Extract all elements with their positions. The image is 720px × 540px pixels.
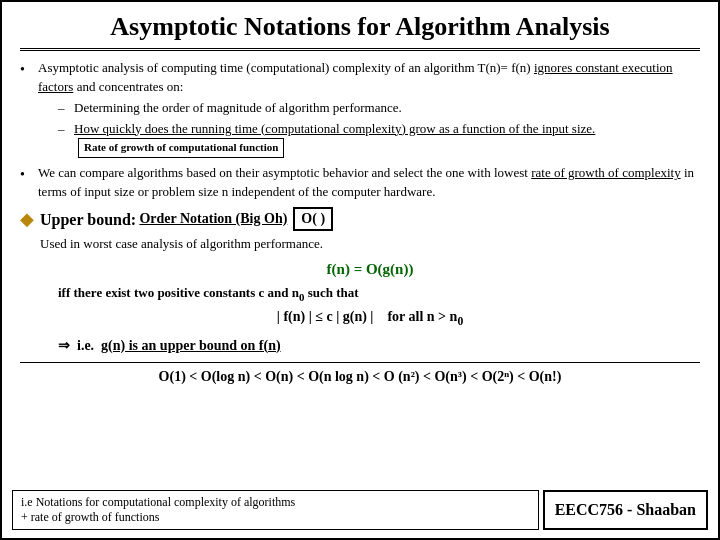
footer-left-line2: + rate of growth of functions	[21, 510, 530, 525]
sub-text-1: Determining the order of magnitude of al…	[74, 99, 402, 118]
footer-right: EECC756 - Shaaban	[543, 490, 708, 530]
upper-bound-details: Used in worst case analysis of algorithm…	[40, 235, 700, 356]
iff-text: iff there exist two positive constants c…	[58, 284, 700, 305]
complexity-line: O(1) < O(log n) < O(n) < O(n log n) < O …	[20, 362, 700, 385]
diamond-icon: ◆	[20, 206, 40, 232]
implies-underline-text: g(n) is an upper bound on f(n)	[101, 338, 280, 353]
sub-item-1: – Determining the order of magnitude of …	[58, 99, 700, 118]
slide-content: • Asymptotic analysis of computing time …	[20, 59, 700, 356]
implies-line: ⇒ i.e. g(n) is an upper bound on f(n)	[58, 336, 700, 356]
abs-inequality: | f(n) | ≤ c | g(n) | for all n > n0	[40, 307, 700, 331]
bullet-1-text: Asymptotic analysis of computing time (c…	[38, 59, 700, 160]
used-text: Used in worst case analysis of algorithm…	[40, 235, 700, 254]
n0-sub-abs: 0	[457, 315, 463, 328]
slide-title: Asymptotic Notations for Algorithm Analy…	[20, 12, 700, 51]
rate-of-growth-text: rate of growth of complexity	[531, 165, 680, 180]
bullet-2-text: We can compare algorithms based on their…	[38, 164, 700, 202]
slide-container: Asymptotic Notations for Algorithm Analy…	[0, 0, 720, 540]
sub-list-1: – Determining the order of magnitude of …	[58, 99, 700, 159]
bullet-1: • Asymptotic analysis of computing time …	[20, 59, 700, 160]
footer-left-line1: i.e Notations for computational complexi…	[21, 495, 530, 510]
sub-text-2-underline: How quickly does the running time (compu…	[74, 121, 595, 136]
fn-equation: f(n) = O(g(n))	[40, 259, 700, 281]
o-notation-box: O( )	[293, 207, 333, 231]
bullet-2-dot: •	[20, 164, 38, 185]
sub-text-2: How quickly does the running time (compu…	[74, 120, 700, 159]
sub-dash-1: –	[58, 99, 74, 118]
upper-bound-section: ◆ Upper bound: Order Notation (Big Oh) O…	[20, 206, 700, 232]
upper-bound-label: Upper bound:	[40, 208, 136, 231]
order-notation-text: Order Notation (Big Oh)	[139, 209, 287, 229]
sub-item-2: – How quickly does the running time (com…	[58, 120, 700, 159]
footer-left: i.e Notations for computational complexi…	[12, 490, 539, 530]
sub-dash-2: –	[58, 120, 74, 139]
footer: i.e Notations for computational complexi…	[12, 490, 708, 530]
bullet-2: • We can compare algorithms based on the…	[20, 164, 700, 202]
bullet-1-dot: •	[20, 59, 38, 80]
n0-sub-iff: 0	[299, 290, 304, 302]
tooltip-box: Rate of growth of computational function	[78, 138, 284, 158]
